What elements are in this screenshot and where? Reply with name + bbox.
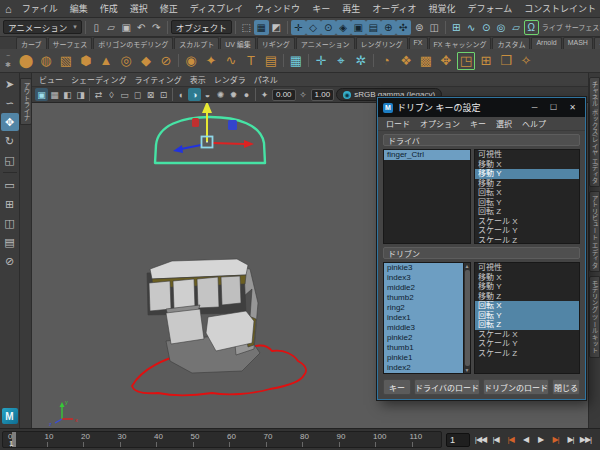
li-item[interactable]: index3 <box>384 273 463 283</box>
gamma-icon[interactable]: ✧ <box>298 88 309 101</box>
driver-attribute-list[interactable]: 可視性移動 X移動 Y移動 Z回転 X回転 Y回転 Zスケール Xスケール Yス… <box>474 149 580 244</box>
dlg-menu-item[interactable]: ヘルプ <box>517 118 551 129</box>
menu-item[interactable]: ファイル <box>16 2 64 15</box>
panel-menu-item[interactable]: ビュー <box>35 74 67 85</box>
tab-attribute-editor[interactable]: アトリビュート エディタ <box>589 191 600 272</box>
snap-projected-center-icon[interactable]: ◎ <box>494 20 509 35</box>
menu-item[interactable]: 修正 <box>154 2 184 15</box>
menu-item[interactable]: キー <box>306 2 336 15</box>
text-tool-icon[interactable]: T <box>241 51 261 71</box>
li-item[interactable]: 回転 X <box>475 301 579 311</box>
menu-item[interactable]: オーディオ <box>366 2 422 15</box>
shelf-tab-item[interactable]: カーブ <box>16 37 47 49</box>
grid-tool-icon[interactable]: ▦ <box>286 51 306 71</box>
select-tool-icon[interactable]: ➤ <box>1 75 19 93</box>
menu-item[interactable]: ウィンドウ <box>249 2 306 15</box>
textured-icon[interactable]: ◒ <box>201 88 214 101</box>
shadows-icon[interactable]: ✹ <box>227 88 240 101</box>
li-item[interactable]: 回転 Z <box>475 320 579 330</box>
dlg-menu-item[interactable]: 選択 <box>491 118 517 129</box>
li-item[interactable]: 移動 Y <box>475 282 579 292</box>
shelf-tab-item[interactable]: リギング <box>257 37 295 49</box>
lock-selection-icon[interactable]: ⊜ <box>412 20 427 35</box>
play-forwards-button[interactable]: ▶ <box>533 432 548 448</box>
li-item[interactable]: 移動 Z <box>475 292 579 302</box>
image-plane-icon[interactable]: ◧ <box>61 88 74 101</box>
driven-attribute-list[interactable]: 可視性移動 X移動 Y移動 Z回転 X回転 Y回転 Zスケール Xスケール Yス… <box>474 262 580 374</box>
two-d-pan-icon[interactable]: ◨ <box>74 88 87 101</box>
manipulator-x-axis[interactable] <box>213 143 244 144</box>
dlg-menu-item[interactable]: オプション <box>415 118 465 129</box>
undo-icon[interactable]: ↶ <box>134 20 149 35</box>
poly-cube-icon[interactable]: ▧ <box>56 51 76 71</box>
snap-grid-icon[interactable]: ⊞ <box>449 20 464 35</box>
li-item[interactable]: 回転 Y <box>475 198 579 208</box>
li-item[interactable]: index2 <box>384 363 463 373</box>
li-item[interactable]: 可視性 <box>475 150 579 160</box>
layout-outliner-pane-icon[interactable]: ▤ <box>1 233 19 251</box>
snap-curve-icon[interactable]: ∿ <box>464 20 479 35</box>
panel-menu-item[interactable]: レンダラ <box>210 74 250 85</box>
mask-rendering-icon[interactable]: ⊕ <box>381 20 396 35</box>
step-forward-key-button[interactable]: ▶| <box>548 432 563 448</box>
li-item[interactable]: thumb1 <box>384 343 463 353</box>
shelf-tab-item[interactable]: ポリゴンのモデリング <box>93 37 173 49</box>
li-item[interactable]: 移動 Y <box>475 169 579 179</box>
shaded-icon[interactable]: ◑ <box>188 88 201 101</box>
shelf-tab-item[interactable]: FX <box>409 37 428 49</box>
time-slider[interactable]: 0102030405060708090100110 1 <box>2 431 442 448</box>
poly-cylinder-icon[interactable]: ⬢ <box>76 51 96 71</box>
save-scene-icon[interactable]: ▣ <box>119 20 134 35</box>
menu-item[interactable]: 視覚化 <box>423 2 462 15</box>
load-driven-button[interactable]: ドリブンのロード <box>483 379 549 395</box>
step-back-frame-button[interactable]: |◀ <box>488 432 503 448</box>
mask-deformers-icon[interactable]: ▣ <box>351 20 366 35</box>
menu-item[interactable]: 作成 <box>94 2 124 15</box>
menu-item[interactable]: 再生 <box>336 2 366 15</box>
tab-outliner[interactable]: アウトライナ <box>20 78 32 125</box>
li-item[interactable]: スケール X <box>475 217 579 227</box>
driver-object-list[interactable]: finger_Ctrl <box>383 149 471 244</box>
joint-tool-icon[interactable]: ✛ <box>311 51 331 71</box>
mask-handles-icon[interactable]: ✛ <box>291 20 306 35</box>
li-item[interactable]: middle2 <box>384 283 463 293</box>
step-back-key-button[interactable]: |◀ <box>503 432 518 448</box>
close-dialog-button[interactable]: 閉じる <box>552 379 580 395</box>
load-driver-button[interactable]: ドライバのロード <box>414 379 480 395</box>
li-item[interactable]: スケール X <box>475 330 579 340</box>
poly-cone-icon[interactable]: ▲ <box>96 51 116 71</box>
scroll-up-icon[interactable]: ▲ <box>465 263 470 269</box>
home-icon[interactable]: ⌂ <box>5 3 12 15</box>
li-item[interactable]: index1 <box>384 313 463 323</box>
li-item[interactable]: thumb2 <box>384 293 463 303</box>
film-gate-icon[interactable]: ⇄ <box>92 88 105 101</box>
panel-menu-item[interactable]: パネル <box>250 74 282 85</box>
new-scene-icon[interactable]: ▯ <box>89 20 104 35</box>
exposure-icon[interactable]: ✦ <box>259 88 270 101</box>
mask-misc-icon[interactable]: ✣ <box>396 20 411 35</box>
go-to-start-button[interactable]: |◀◀ <box>473 432 488 448</box>
menu-item[interactable]: ディスプレイ <box>184 2 249 15</box>
menu-item[interactable]: 選択 <box>124 2 154 15</box>
manipulator-plane-z[interactable] <box>228 120 237 130</box>
camera-lock-icon[interactable]: ▦ <box>48 88 61 101</box>
highlight-selection-icon[interactable]: ◫ <box>427 20 442 35</box>
skeleton-icon[interactable]: ✲ <box>351 51 371 71</box>
multi-cut-icon[interactable]: ❖ <box>396 51 416 71</box>
minimize-button[interactable]: ─ <box>527 103 542 112</box>
li-item[interactable]: 移動 X <box>475 273 579 283</box>
mask-curves-icon[interactable]: ⊙ <box>321 20 336 35</box>
scroll-down-icon[interactable]: ▼ <box>465 367 470 373</box>
shelf-tab-item[interactable]: FX キャッシング <box>429 37 492 49</box>
ik-handle-icon[interactable]: ⌖ <box>331 51 351 71</box>
mask-joints-icon[interactable]: ◇ <box>306 20 321 35</box>
current-frame-field[interactable]: 1 <box>446 433 470 447</box>
li-item[interactable]: 移動 Z <box>475 179 579 189</box>
li-item[interactable]: 回転 Y <box>475 311 579 321</box>
scrollbar-thumb[interactable] <box>465 270 470 366</box>
ambient-occlusion-icon[interactable]: ● <box>240 88 253 101</box>
lights-icon[interactable]: ✺ <box>214 88 227 101</box>
poly-torus-icon[interactable]: ◎ <box>116 51 136 71</box>
safe-action-icon[interactable]: ⊠ <box>144 88 157 101</box>
play-backwards-button[interactable]: ◀ <box>518 432 533 448</box>
